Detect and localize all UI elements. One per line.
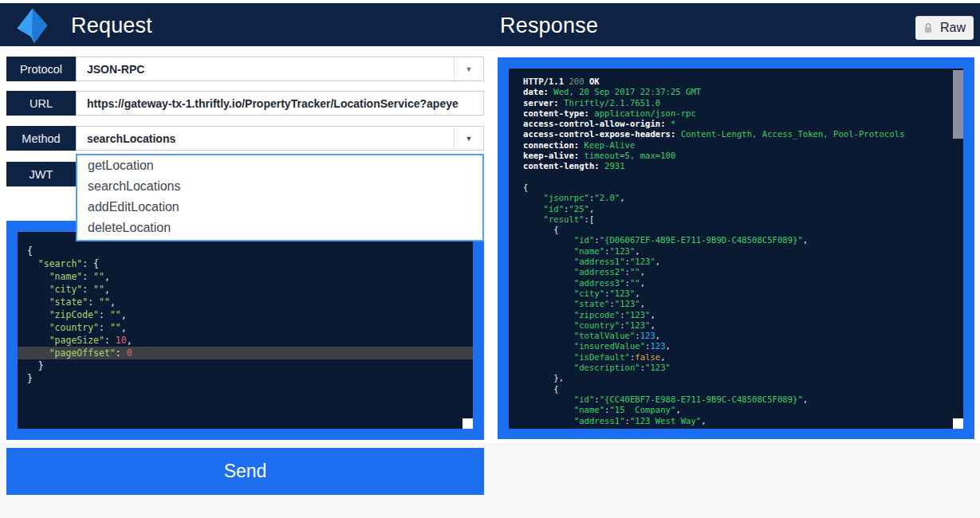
- method-option-searchlocations[interactable]: searchLocations: [77, 176, 482, 197]
- method-option-addeditlocation[interactable]: addEditLocation: [77, 197, 482, 218]
- response-text: HTTP/1.1 200 OKdate: Wed, 20 Sep 2017 22…: [509, 69, 963, 426]
- url-input[interactable]: https://gateway-tx-1.thriftly.io/Propert…: [76, 91, 484, 116]
- url-label: URL: [6, 91, 76, 116]
- method-label: Method: [6, 126, 76, 151]
- request-panel-title: Request: [71, 14, 152, 38]
- protocol-dropdown-button[interactable]: ▼: [454, 57, 483, 80]
- thriftly-logo-icon: [13, 6, 49, 45]
- method-option-getlocation[interactable]: getLocation: [77, 155, 482, 176]
- url-value: https://gateway-tx-1.thriftly.io/Propert…: [77, 97, 459, 110]
- method-options-dropdown: getLocation searchLocations addEditLocat…: [76, 154, 484, 241]
- protocol-value: JSON-RPC: [77, 63, 144, 76]
- chevron-down-icon: ▼: [466, 135, 473, 143]
- response-resize-handle[interactable]: [953, 418, 963, 429]
- response-body-panel: HTTP/1.1 200 OKdate: Wed, 20 Sep 2017 22…: [498, 57, 974, 439]
- response-output[interactable]: HTTP/1.1 200 OKdate: Wed, 20 Sep 2017 22…: [509, 69, 963, 429]
- lock-icon: [923, 22, 933, 34]
- response-scrollbar-thumb[interactable]: [953, 70, 963, 139]
- method-option-deletelocation[interactable]: deleteLocation: [77, 218, 482, 238]
- response-panel-title: Response: [500, 14, 598, 38]
- apeye-app: Request Response Raw Protocol JSON-RPC ▼…: [0, 0, 980, 518]
- method-dropdown-button[interactable]: ▼: [454, 127, 483, 150]
- request-editor-resize-handle[interactable]: [462, 418, 473, 429]
- send-button[interactable]: Send: [6, 448, 484, 495]
- request-json-code: { "search": { "name": "", "city": "", "s…: [18, 232, 473, 385]
- protocol-label: Protocol: [6, 57, 76, 81]
- method-value: searchLocations: [77, 132, 175, 145]
- chevron-down-icon: ▼: [466, 65, 473, 73]
- request-body-editor[interactable]: { "search": { "name": "", "city": "", "s…: [18, 232, 473, 429]
- header-bar: Request Response Raw: [0, 3, 980, 46]
- method-select[interactable]: searchLocations ▼: [76, 126, 484, 151]
- raw-toggle-button[interactable]: Raw: [915, 16, 974, 40]
- jwt-label: JWT: [6, 162, 76, 186]
- raw-button-label: Raw: [940, 21, 966, 35]
- protocol-select[interactable]: JSON-RPC ▼: [76, 57, 484, 81]
- request-body-panel: { "search": { "name": "", "city": "", "s…: [6, 221, 484, 440]
